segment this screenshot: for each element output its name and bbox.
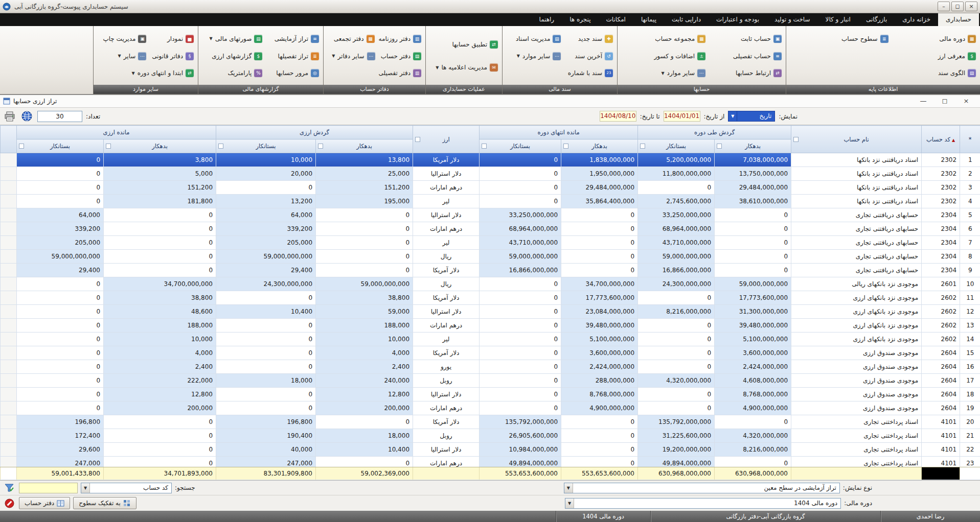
- cell-balance-debit[interactable]: 5,100,000,000: [561, 333, 638, 346]
- cell-fx-turnover-credit[interactable]: 64,000: [216, 208, 316, 222]
- cell-fx-turnover-debit[interactable]: 10,400: [316, 443, 413, 457]
- cell-balance-credit[interactable]: 0: [480, 291, 561, 305]
- cell-row-num[interactable]: 16: [960, 360, 980, 374]
- grid-row[interactable]: 92304حسابهای دریافتنی تجاری016,866,000,0…: [1, 264, 980, 277]
- cell-fx-balance-credit[interactable]: 0: [17, 167, 104, 181]
- cell-fx-balance-credit[interactable]: 0: [17, 360, 104, 374]
- grid-row[interactable]: 152604موجودی صندوق ارزی3,600,000,00003,6…: [1, 346, 980, 360]
- ribbon-item-account-relations[interactable]: ⇄ارتباط حسابها: [710, 69, 782, 77]
- cell-account-name[interactable]: موجودی صندوق ارزی: [791, 346, 922, 360]
- cell-account-name[interactable]: موجودی نزد بانکهای ارزی: [791, 333, 922, 346]
- cell-fx-turnover-debit[interactable]: 10,000: [316, 333, 413, 346]
- cell-fx-turnover-credit[interactable]: 0: [216, 333, 316, 346]
- cell-fx-turnover-debit[interactable]: 0: [316, 415, 413, 429]
- cell-account-name[interactable]: موجودی صندوق ارزی: [791, 401, 922, 415]
- grid-row[interactable]: 132602موجودی نزد بانکهای ارزی39,480,000,…: [1, 319, 980, 333]
- cell-balance-credit[interactable]: 0: [480, 333, 561, 346]
- cell-fx-turnover-credit[interactable]: 196,800: [216, 415, 316, 429]
- cell-turnover-debit[interactable]: 38,610,000,000: [715, 195, 791, 208]
- cell-currency[interactable]: دلار استرالیا: [413, 305, 480, 319]
- ribbon-item-fixed-account[interactable]: ▣حساب ثابت: [710, 35, 782, 43]
- cell-turnover-credit[interactable]: 0: [638, 388, 715, 401]
- chevron-down-icon[interactable]: ▼: [728, 111, 737, 121]
- cell-fx-turnover-credit[interactable]: 0: [216, 319, 316, 333]
- grid-row[interactable]: 82304حسابهای دریافتنی تجاری059,000,000,0…: [1, 250, 980, 264]
- ribbon-item-financial-period[interactable]: ▦دوره مالی: [893, 35, 976, 43]
- cell-turnover-debit[interactable]: 0: [715, 208, 791, 222]
- cell-currency[interactable]: دلار استرالیا: [413, 167, 480, 181]
- cell-row-num[interactable]: 1: [960, 153, 980, 167]
- ribbon-item-document-by-number[interactable]: 23سند با شماره: [565, 69, 613, 77]
- grid-row[interactable]: 112602موجودی نزد بانکهای ارزی17,773,600,…: [1, 291, 980, 305]
- cell-currency[interactable]: دلار آمریکا: [413, 346, 480, 360]
- grid-row[interactable]: 182604موجودی صندوق ارزی8,768,000,00008,7…: [1, 388, 980, 401]
- ribbon-item-detailed-balance[interactable]: ≣تراز تفصیلها: [266, 52, 319, 60]
- tab-fixed-assets[interactable]: دارایی ثابت: [664, 13, 709, 26]
- cell-row-num[interactable]: 21: [960, 429, 980, 443]
- display-type-combo[interactable]: تراز آزمایشی در سطح معین ▼: [564, 483, 840, 493]
- cell-currency[interactable]: درهم امارات: [413, 319, 480, 333]
- cell-account-code[interactable]: 4101: [922, 443, 960, 457]
- cell-turnover-credit[interactable]: 0: [638, 401, 715, 415]
- cell-balance-debit[interactable]: 288,000,000: [561, 374, 638, 388]
- cell-turnover-debit[interactable]: 4,900,000,000: [715, 401, 791, 415]
- account-book-button[interactable]: دفتر حساب: [19, 497, 70, 509]
- cell-balance-debit[interactable]: 2,424,000,000: [561, 360, 638, 374]
- cell-fx-turnover-debit[interactable]: 2,400: [316, 360, 413, 374]
- cell-row-num[interactable]: 15: [960, 346, 980, 360]
- cell-fx-balance-debit[interactable]: 10,000: [104, 333, 216, 346]
- cell-fx-balance-debit[interactable]: 2,400: [104, 360, 216, 374]
- cell-currency[interactable]: لیر: [413, 236, 480, 250]
- cell-fx-turnover-credit[interactable]: 18,000: [216, 374, 316, 388]
- cell-turnover-debit[interactable]: 31,300,000,000: [715, 305, 791, 319]
- cell-fx-turnover-credit[interactable]: 20,000: [216, 167, 316, 181]
- cell-account-name[interactable]: حسابهای دریافتنی تجاری: [791, 222, 922, 236]
- cell-currency[interactable]: روبل: [413, 374, 480, 388]
- cell-turnover-debit[interactable]: 0: [715, 415, 791, 429]
- tab-windows[interactable]: پنجره ها: [562, 13, 598, 26]
- cell-row-num[interactable]: 11: [960, 291, 980, 305]
- cell-fx-turnover-debit[interactable]: 0: [316, 208, 413, 222]
- cell-balance-debit[interactable]: 35,864,400,000: [561, 195, 638, 208]
- col-header-fx-balance-debit[interactable]: بدهکار: [104, 139, 216, 153]
- cell-row-num[interactable]: 7: [960, 236, 980, 250]
- cell-balance-credit[interactable]: 0: [480, 277, 561, 291]
- ribbon-item-parametric[interactable]: %پارامتریک: [210, 69, 263, 77]
- cell-account-code[interactable]: 2604: [922, 360, 960, 374]
- tab-tools[interactable]: امکانات: [599, 13, 633, 26]
- cell-fx-balance-credit[interactable]: 0: [17, 153, 104, 167]
- cell-balance-credit[interactable]: 26,905,600,000: [480, 429, 561, 443]
- app-restore-button[interactable]: ◻: [951, 2, 964, 11]
- cell-balance-debit[interactable]: 1,838,000,000: [561, 153, 638, 167]
- cell-fx-turnover-credit[interactable]: 0: [216, 401, 316, 415]
- cell-account-code[interactable]: 2602: [922, 305, 960, 319]
- cell-balance-credit[interactable]: 0: [480, 181, 561, 195]
- col-header-balance-credit[interactable]: بستانکار: [480, 139, 561, 153]
- cell-turnover-credit[interactable]: 19,200,000,000: [638, 443, 715, 457]
- cell-fx-balance-credit[interactable]: 29,600: [17, 443, 104, 457]
- cell-row-num[interactable]: 13: [960, 319, 980, 333]
- cell-account-code[interactable]: 2304: [922, 264, 960, 277]
- cell-fx-balance-debit[interactable]: 200,000: [104, 401, 216, 415]
- ribbon-item-currency-reports[interactable]: $گزارشهای ارزی: [210, 52, 263, 60]
- cell-turnover-debit[interactable]: 0: [715, 236, 791, 250]
- cell-balance-debit[interactable]: 0: [561, 415, 638, 429]
- cell-fx-turnover-credit[interactable]: 0: [216, 388, 316, 401]
- cell-turnover-credit[interactable]: 5,200,000,000: [638, 153, 715, 167]
- cell-fx-turnover-credit[interactable]: 0: [216, 181, 316, 195]
- cell-balance-credit[interactable]: 0: [480, 388, 561, 401]
- tab-production[interactable]: ساخت و تولید: [767, 13, 817, 26]
- cell-fx-balance-credit[interactable]: 0: [17, 346, 104, 360]
- cell-fx-balance-credit[interactable]: 0: [17, 277, 104, 291]
- cell-turnover-debit[interactable]: 8,768,000,000: [715, 388, 791, 401]
- col-header-balance-debit[interactable]: بدهکار: [561, 139, 638, 153]
- cell-row-num[interactable]: 5: [960, 208, 980, 222]
- cell-fx-turnover-debit[interactable]: 195,000: [316, 195, 413, 208]
- filter-checkbox[interactable]: [106, 144, 111, 149]
- cell-account-name[interactable]: اسناد پرداختنی تجاری: [791, 457, 922, 467]
- balance-grid[interactable]: * ▲کد حساب نام حساب گردش طی دوره مانده ا…: [0, 125, 980, 467]
- ribbon-item-account-reconciliation[interactable]: ⇄تطبیق حسابها: [452, 40, 498, 49]
- cell-fx-turnover-credit[interactable]: 0: [216, 346, 316, 360]
- col-header-fx-turnover-debit[interactable]: بدهکار: [316, 139, 413, 153]
- cell-fx-turnover-credit[interactable]: 190,400: [216, 429, 316, 443]
